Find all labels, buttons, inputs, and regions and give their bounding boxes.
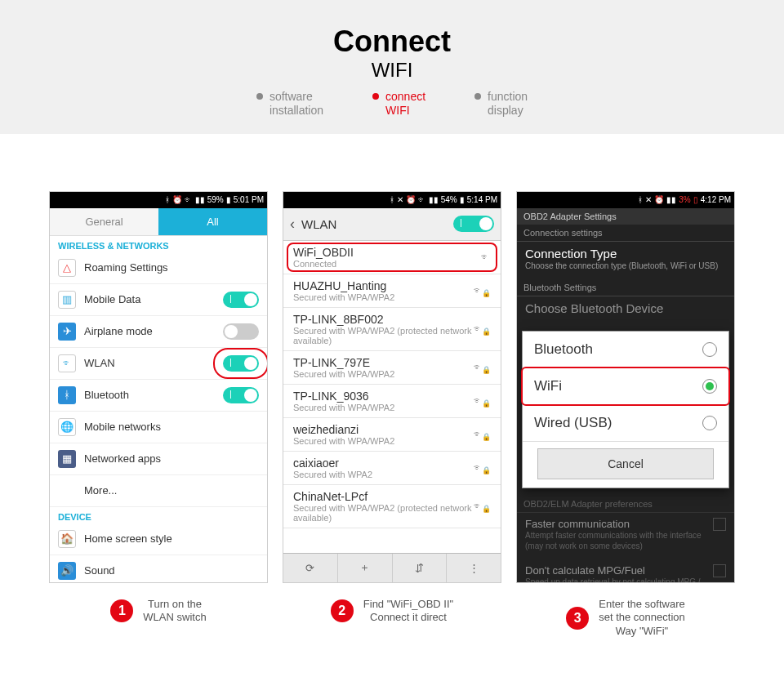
triangle-icon: △ <box>58 259 76 277</box>
step-text: Enter the software set the connection Wa… <box>599 598 685 639</box>
row-label: Mobile networks <box>84 421 259 433</box>
add-network-button[interactable]: ＋ <box>338 554 393 582</box>
header-title: WLAN <box>301 217 447 231</box>
alarm-icon: ⏰ <box>406 195 416 204</box>
crumb-line2: WIFI <box>385 104 425 118</box>
battery-pct: 3% <box>679 195 690 204</box>
faster-heading: Faster communication <box>525 518 706 530</box>
dot-icon <box>372 93 379 100</box>
row-networked-apps[interactable]: ▦ Networked apps <box>50 443 267 475</box>
option-bluetooth[interactable]: Bluetooth <box>523 332 728 368</box>
status-bar: ᚼ ⏰ ᯤ ▮▮ 59% ▮ 5:01 PM <box>50 192 267 208</box>
hero-subtitle: WIFI <box>0 59 784 82</box>
home-icon: 🏠 <box>58 530 76 548</box>
lock-icon: 🔒 <box>482 366 491 374</box>
tab-all[interactable]: All <box>158 208 267 236</box>
screen-obd-settings: ᚼ ✕ ⏰ ▮▮ 3% ▯ 4:12 PM OBD2 Adapter Setti… <box>516 191 735 583</box>
dot-icon <box>474 93 481 100</box>
network-row[interactable]: TP-LINK_8BF002Secured with WPA/WPA2 (pro… <box>283 308 501 351</box>
network-name: TP-LINK_797E <box>293 356 473 369</box>
mpg-block[interactable]: Don't calculate MPG/Fuel Speed up data r… <box>517 559 734 583</box>
row-bluetooth[interactable]: ᚼ Bluetooth <box>50 380 267 412</box>
network-row[interactable]: TP-LINK_9036Secured with WPA/WPA2ᯤ🔒 <box>283 385 501 418</box>
crumb-connect-wifi[interactable]: connectWIFI <box>372 90 425 118</box>
section-device: DEVICE <box>50 507 267 523</box>
network-name: WiFi_OBDII <box>293 246 480 259</box>
option-wifi[interactable]: WiFi <box>523 368 728 405</box>
row-home-style[interactable]: 🏠 Home screen style <box>50 523 267 555</box>
signal-icon: ▮▮ <box>429 195 439 204</box>
crumb-software-installation[interactable]: softwareinstallation <box>256 90 323 118</box>
obd-titlebar: OBD2 Adapter Settings <box>517 208 734 225</box>
row-airplane[interactable]: ✈ Airplane mode <box>50 316 267 348</box>
row-more[interactable]: More... <box>50 475 267 507</box>
network-row[interactable]: ChinaNet-LPcfSecured with WPA/WPA2 (prot… <box>283 485 501 528</box>
lock-icon: 🔒 <box>482 505 491 513</box>
back-icon[interactable]: ‹ <box>290 216 295 233</box>
section-connection-settings: Connection settings <box>517 225 734 242</box>
globe-icon: 🌐 <box>58 418 76 436</box>
network-sub: Secured with WPA/WPA2 (protected network… <box>293 326 473 345</box>
caption-2: 2 Find "WiFi_OBD II" Connect it direct <box>283 583 501 650</box>
row-mobile-data[interactable]: ▥ Mobile Data <box>50 284 267 316</box>
faster-desc: Attempt faster communications with the i… <box>525 530 706 551</box>
option-wired[interactable]: Wired (USB) <box>523 405 728 442</box>
bluetooth-icon: ᚼ <box>58 386 76 404</box>
obd-panel: OBD2 Adapter Settings Connection setting… <box>517 208 734 583</box>
tabs: General All <box>50 208 267 236</box>
network-row[interactable]: weizhedianziSecured with WPA/WPA2ᯤ🔒 <box>283 418 501 452</box>
wifi-icon: ᯤ <box>418 195 426 204</box>
lock-icon: 🔒 <box>482 433 491 441</box>
wlan-toggle[interactable] <box>223 355 259 372</box>
network-sub: Secured with WPA/WPA2 <box>293 369 473 379</box>
refresh-icon: ⟳ <box>305 562 314 574</box>
row-label: Networked apps <box>84 452 259 465</box>
direct-button[interactable]: ⇵ <box>393 554 448 582</box>
row-label: Airplane mode <box>84 325 215 337</box>
mpg-heading: Don't calculate MPG/Fuel <box>525 564 706 577</box>
checkbox-icon[interactable] <box>713 518 726 531</box>
battery-icon: ▮ <box>460 195 465 204</box>
row-sound[interactable]: 🔊 Sound <box>50 555 267 583</box>
row-wlan[interactable]: ᯤ WLAN <box>50 348 267 380</box>
network-name: caixiaoer <box>293 457 473 470</box>
airplane-toggle[interactable] <box>223 323 259 340</box>
tab-general[interactable]: General <box>50 208 158 236</box>
crumb-line2: display <box>488 104 528 118</box>
dot-icon <box>256 93 263 100</box>
wlan-footer: ⟳ ＋ ⇵ ⋮ <box>283 553 501 582</box>
bluetooth-toggle[interactable] <box>223 387 259 403</box>
connection-type-block[interactable]: Connection Type Choose the connection ty… <box>517 242 734 279</box>
network-name: HUAZHU_Hanting <box>293 279 473 292</box>
row-roaming[interactable]: △ Roaming Settings <box>50 252 267 284</box>
radio-icon <box>702 416 717 430</box>
battery-icon: ▯ <box>693 195 698 204</box>
network-row[interactable]: TP-LINK_797ESecured with WPA/WPA2ᯤ🔒 <box>283 351 501 385</box>
checkbox-icon[interactable] <box>713 564 726 577</box>
crumb-function-display[interactable]: functiondisplay <box>474 90 528 118</box>
step-text: Turn on the WLAN switch <box>143 598 206 626</box>
network-row[interactable]: WiFi_OBDIIConnectedᯤ <box>283 241 501 274</box>
step-number: 2 <box>331 599 354 622</box>
faster-comm-block[interactable]: Faster communication Attempt faster comm… <box>517 513 734 559</box>
bars-icon: ▥ <box>58 291 76 309</box>
network-row[interactable]: HUAZHU_HantingSecured with WPA/WPA2ᯤ🔒 <box>283 274 501 308</box>
network-name: TP-LINK_8BF002 <box>293 313 473 326</box>
connection-type-heading: Connection Type <box>525 247 726 261</box>
option-label: WiFi <box>534 378 562 394</box>
refresh-button[interactable]: ⟳ <box>283 554 338 582</box>
row-mobile-networks[interactable]: 🌐 Mobile networks <box>50 412 267 443</box>
wifi-icon: ᯤ <box>185 195 193 204</box>
step-text: Find "WiFi_OBD II" Connect it direct <box>363 598 453 626</box>
network-row[interactable]: caixiaoerSecured with WPA2ᯤ🔒 <box>283 452 501 485</box>
breadcrumb: softwareinstallation connectWIFI functio… <box>0 90 784 118</box>
phone-3: ᚼ ✕ ⏰ ▮▮ 3% ▯ 4:12 PM OBD2 Adapter Setti… <box>516 191 735 664</box>
wlan-master-toggle[interactable] <box>453 216 494 232</box>
section-adapter-prefs: OBD2/ELM Adapter preferences <box>517 496 734 513</box>
row-label: Bluetooth <box>84 389 215 401</box>
menu-button[interactable]: ⋮ <box>447 554 501 582</box>
mobile-data-toggle[interactable] <box>223 292 259 308</box>
hero-section: Connect WIFI softwareinstallation connec… <box>0 0 784 134</box>
cancel-button[interactable]: Cancel <box>537 448 714 479</box>
mpg-desc: Speed up data retrieval by not calculati… <box>525 577 706 583</box>
